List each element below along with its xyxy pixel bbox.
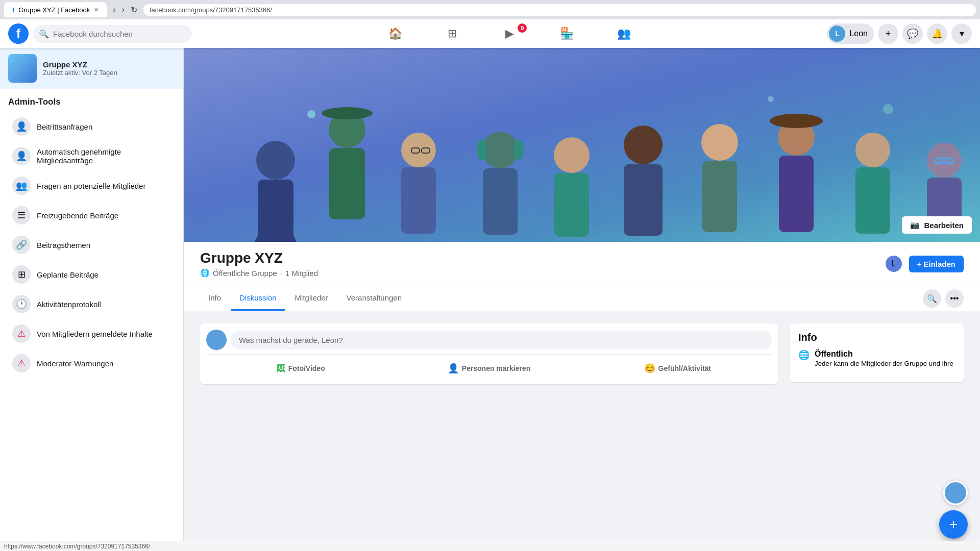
svg-point-6 <box>322 107 373 119</box>
feeling-icon: 😊 <box>644 363 655 374</box>
svg-rect-23 <box>779 156 814 232</box>
add-button[interactable]: + <box>878 23 898 44</box>
svg-point-14 <box>513 140 524 160</box>
svg-rect-3 <box>258 180 293 242</box>
group-header[interactable]: Gruppe XYZ Zuletzt aktiv: Vor 2 Tagen <box>0 48 183 89</box>
address-bar[interactable]: facebook.com/groups/732091717535366/ <box>143 4 976 16</box>
group-title-row: Gruppe XYZ 🌐 Öffentliche Gruppe · 1 Mitg… <box>200 250 964 278</box>
group-info: Gruppe XYZ Zuletzt aktiv: Vor 2 Tagen <box>43 60 117 77</box>
info-box: Info 🌐 Öffentlich Jeder kann die Mitglie… <box>790 323 964 382</box>
svg-point-31 <box>768 96 774 102</box>
svg-point-15 <box>554 137 590 173</box>
feeling-label: Gefühl/Aktivität <box>658 364 711 372</box>
group-info-bar: Gruppe XYZ 🌐 Öffentliche Gruppe · 1 Mitg… <box>184 242 980 286</box>
user-pill[interactable]: L Leon <box>827 23 874 44</box>
svg-point-13 <box>477 140 487 160</box>
tab-close-icon[interactable]: ✕ <box>94 7 99 13</box>
messenger-button[interactable]: 💬 <box>902 23 923 44</box>
sidebar-label-member-questions: Fragen an potenzielle Mitglieder <box>37 182 145 190</box>
post-action-feeling[interactable]: 😊 Gefühl/Aktivität <box>583 359 772 378</box>
browser-back[interactable]: ‹ <box>111 5 117 15</box>
group-title: Gruppe XYZ <box>200 250 318 266</box>
sidebar-label-auto-approved: Automatisch genehmigte Mitgliedsanträge <box>37 147 171 165</box>
dot-separator: · <box>280 269 282 278</box>
groups-icon: 👥 <box>617 27 631 40</box>
svg-rect-18 <box>624 164 663 236</box>
sidebar-last-active: Zuletzt aktiv: Vor 2 Tagen <box>43 69 117 77</box>
sidebar-group-name: Gruppe XYZ <box>43 60 117 69</box>
post-box-top: Was machst du gerade, Leon? <box>206 330 772 350</box>
sidebar-item-pending-posts[interactable]: ☰ Freizugebende Beiträge <box>4 201 179 230</box>
pending-posts-icon: ☰ <box>12 206 31 224</box>
reels-icon: ⊞ <box>448 27 457 40</box>
group-subtitle: 🌐 Öffentliche Gruppe · 1 Mitglied <box>200 268 318 278</box>
nav-watch[interactable]: ▶ 9 <box>481 21 538 46</box>
tag-person-icon: 👤 <box>448 363 459 374</box>
browser-controls: ‹ › ↻ <box>111 5 139 15</box>
fab-button[interactable]: + <box>939 510 968 539</box>
edit-cover-button[interactable]: 📷 Bearbeiten <box>902 216 972 234</box>
search-input[interactable] <box>53 30 186 38</box>
sidebar-item-moderator-warnings[interactable]: ⚠ Moderator-Warnungen <box>4 349 179 378</box>
globe-icon: 🌐 <box>200 268 210 278</box>
tab-info[interactable]: Info <box>200 286 229 311</box>
notification-button[interactable]: 🔔 <box>927 23 947 44</box>
tab-mitglieder[interactable]: Mitglieder <box>287 286 336 311</box>
home-icon: 🏠 <box>388 27 402 40</box>
sidebar-item-scheduled-posts[interactable]: ⊞ Geplante Beiträge <box>4 260 179 289</box>
floating-user-avatar[interactable] <box>943 481 968 505</box>
svg-point-7 <box>401 133 436 167</box>
nav-center: 🏠 ⊞ ▶ 9 🏪 👥 <box>192 21 827 46</box>
nav-reels[interactable]: ⊞ <box>424 21 481 46</box>
member-avatar: L <box>885 255 903 273</box>
sidebar-item-member-questions[interactable]: 👥 Fragen an potenzielle Mitglieder <box>4 171 179 200</box>
post-box: Was machst du gerade, Leon? 🖼 Foto/Video… <box>200 323 778 384</box>
tab-diskussion[interactable]: Diskussion <box>231 286 285 311</box>
sidebar-label-beitrittsanfragen: Beitrittsanfragen <box>37 122 92 131</box>
member-avatars: L <box>889 255 903 273</box>
feed-column: Was machst du gerade, Leon? 🖼 Foto/Video… <box>200 323 778 384</box>
sidebar-label-pending-posts: Freizugebende Beiträge <box>37 211 118 220</box>
status-bar: https://www.facebook.com/groups/73209171… <box>0 541 980 551</box>
search-tab-button[interactable]: 🔍 <box>923 289 941 308</box>
user-avatar: L <box>829 26 845 42</box>
info-public-desc: Jeder kann die Mitglieder der Gruppe und… <box>815 360 953 367</box>
sidebar-item-post-topics[interactable]: 🔗 Beitragsthemen <box>4 231 179 259</box>
tab-veranstaltungen[interactable]: Veranstaltungen <box>338 286 410 311</box>
more-tab-button[interactable]: ••• <box>945 289 964 308</box>
activity-log-icon: 🕐 <box>12 295 31 313</box>
sidebar-label-post-topics: Beitragsthemen <box>37 241 90 249</box>
facebook-logo[interactable]: f <box>8 23 29 44</box>
photo-video-label: Foto/Video <box>288 364 325 372</box>
photo-video-icon: 🖼 <box>276 363 285 374</box>
dropdown-button[interactable]: ▾ <box>951 23 972 44</box>
svg-rect-20 <box>702 161 737 232</box>
content-area: Was machst du gerade, Leon? 🖼 Foto/Video… <box>184 311 980 396</box>
nav-home[interactable]: 🏠 <box>366 21 424 46</box>
invite-button[interactable]: + Einladen <box>909 256 964 272</box>
sidebar-item-activity-log[interactable]: 🕐 Aktivitätenprotokoll <box>4 290 179 318</box>
status-url: https://www.facebook.com/groups/73209171… <box>4 543 150 550</box>
post-action-photo[interactable]: 🖼 Foto/Video <box>206 359 395 378</box>
svg-point-19 <box>701 124 738 161</box>
marketplace-icon: 🏪 <box>560 27 574 40</box>
post-topics-icon: 🔗 <box>12 236 31 254</box>
svg-point-26 <box>927 143 962 178</box>
nav-groups[interactable]: 👥 <box>595 21 652 46</box>
browser-reload[interactable]: ↻ <box>129 5 139 15</box>
info-column: Info 🌐 Öffentlich Jeder kann die Mitglie… <box>790 323 964 384</box>
search-bar[interactable]: 🔍 <box>33 25 192 43</box>
nav-marketplace[interactable]: 🏪 <box>538 21 595 46</box>
sidebar-item-auto-approved[interactable]: 👤 Automatisch genehmigte Mitgliedsanträg… <box>4 142 179 170</box>
tag-label: Personen markieren <box>462 364 531 372</box>
browser-forward[interactable]: › <box>120 5 127 15</box>
sidebar-item-beitrittsanfragen[interactable]: 👤 Beitrittsanfragen <box>4 112 179 141</box>
post-action-tag[interactable]: 👤 Personen markieren <box>395 359 583 378</box>
tab-title: Gruppe XYZ | Facebook <box>18 6 90 14</box>
group-type: Öffentliche Gruppe <box>213 269 277 278</box>
browser-tab[interactable]: f Gruppe XYZ | Facebook ✕ <box>4 2 107 17</box>
sidebar-item-reported-content[interactable]: ⚠ Von Mitgliedern gemeldete Inhalte <box>4 319 179 348</box>
top-nav: f 🔍 🏠 ⊞ ▶ 9 🏪 👥 L Leon + 💬 🔔 ▾ <box>0 19 980 48</box>
svg-point-11 <box>482 132 519 168</box>
post-input[interactable]: Was machst du gerade, Leon? <box>231 331 772 349</box>
